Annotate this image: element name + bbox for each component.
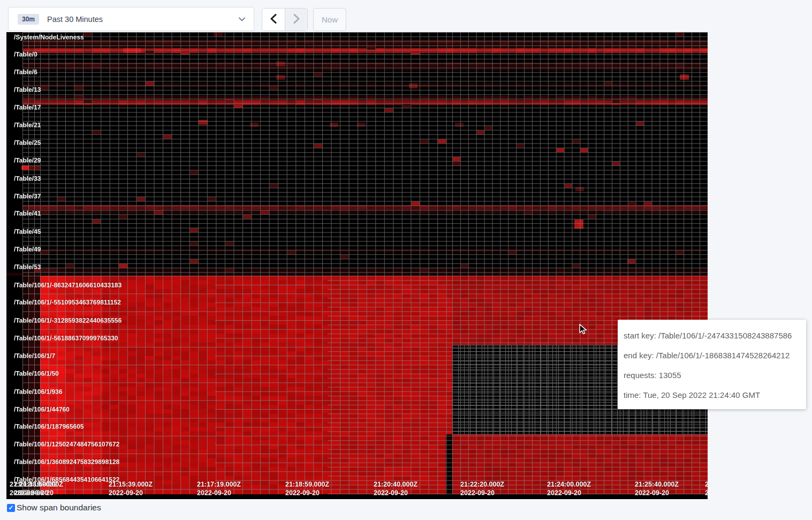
hover-tooltip: start key: /Table/106/1/-247433150824388… <box>618 320 806 409</box>
prev-time-button[interactable] <box>262 9 285 31</box>
show-span-boundaries-row: Show span boundaries <box>7 503 101 513</box>
time-range-dropdown[interactable]: 30m Past 30 Minutes <box>8 7 254 31</box>
chevron-left-icon <box>270 14 277 25</box>
next-time-button[interactable] <box>285 9 307 31</box>
key-visualizer-page: 30m Past 30 Minutes Now start key: /Tabl… <box>0 0 812 520</box>
tooltip-time: time: Tue, 20 Sep 2022 21:24:40 GMT <box>624 385 801 405</box>
now-button[interactable]: Now <box>313 8 346 31</box>
tooltip-end-key: end key: /Table/106/1/-18683814745282642… <box>624 345 801 365</box>
tooltip-requests: requests: 13055 <box>624 365 801 385</box>
chevron-right-icon <box>293 14 300 25</box>
time-range-badge: 30m <box>18 14 39 25</box>
time-nav-button-group <box>262 8 308 31</box>
tooltip-start-key: start key: /Table/106/1/-247433150824388… <box>624 326 801 345</box>
show-span-boundaries-label: Show span boundaries <box>17 503 101 513</box>
key-visualizer-heatmap[interactable] <box>6 32 708 499</box>
chevron-down-icon <box>239 17 245 21</box>
time-range-label: Past 30 Minutes <box>47 15 239 24</box>
show-span-boundaries-checkbox[interactable] <box>7 504 15 512</box>
